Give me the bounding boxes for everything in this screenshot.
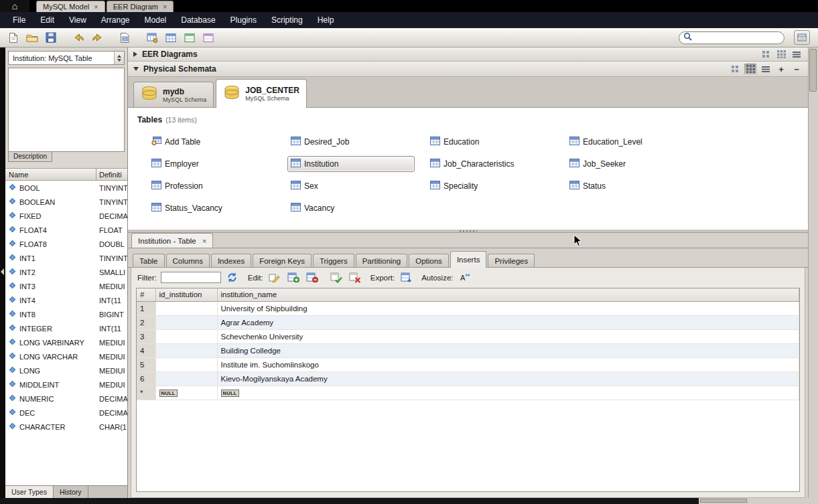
cell-id-institution[interactable] [155, 315, 217, 329]
section-eer-diagrams[interactable]: EER Diagrams [128, 48, 808, 62]
cell-institution-name[interactable]: Institute im. Suchomlinskogo [217, 357, 799, 371]
editor-tab-privileges[interactable]: Privileges [488, 254, 535, 268]
table-item-desired-job[interactable]: Desired_Job [287, 134, 356, 150]
row-number-cell[interactable]: 6 [137, 371, 155, 386]
menu-arrange[interactable]: Arrange [94, 13, 137, 27]
home-tab[interactable]: ⌂ [0, 0, 29, 12]
filter-input[interactable] [161, 272, 221, 283]
user-type-row[interactable]: BOOLEANTINYINT [5, 195, 127, 209]
panel-collapse-handle[interactable] [1, 268, 4, 275]
table-item-education-level[interactable]: Education_Level [566, 134, 650, 150]
add-diagram-button[interactable] [144, 29, 160, 46]
column-header-num[interactable]: # [137, 288, 155, 301]
types-header-definition[interactable]: Definiti [96, 171, 127, 179]
grid-row[interactable]: 6Kievo-Mogilyanskaya Academy [137, 371, 799, 386]
cell-id-institution[interactable] [155, 371, 217, 386]
search-options-button[interactable] [794, 30, 810, 45]
cell-institution-name[interactable]: Building Colledge [217, 343, 799, 357]
open-button[interactable] [24, 29, 40, 46]
row-number-cell[interactable]: 4 [137, 343, 155, 357]
editor-tab-table[interactable]: Table [133, 254, 165, 268]
table-item-job-seeker[interactable]: Job_Seeker [566, 156, 633, 172]
table-item-speciality[interactable]: Speciality [427, 178, 485, 194]
editor-tab-partitioning[interactable]: Partitioning [356, 254, 408, 268]
user-type-row[interactable]: INT2SMALLI [5, 265, 127, 279]
tab-mysql-model[interactable]: MySQL Model × [36, 1, 105, 12]
description-editor[interactable] [8, 68, 125, 152]
tab-eer-diagram[interactable]: EER Diagram × [107, 1, 174, 12]
menu-help[interactable]: Help [310, 13, 342, 27]
grid-row[interactable]: 2Agrar Academy [137, 315, 799, 329]
table-item-institution[interactable]: Institution [287, 156, 415, 172]
table-item-vacancy[interactable]: Vacancy [287, 200, 342, 216]
menu-edit[interactable]: Edit [33, 13, 62, 27]
object-selector[interactable]: Institution: MySQL Table [8, 51, 125, 65]
cell-institution-name[interactable]: Schevchenko University [217, 329, 799, 343]
table-item-sex[interactable]: Sex [287, 178, 326, 194]
spinner-icon[interactable] [114, 52, 124, 64]
grid-row[interactable]: 1University of Shipbuilding [137, 301, 799, 315]
apply-changes-button[interactable] [329, 270, 344, 284]
editor-tab-institution[interactable]: Institution - Table × [131, 233, 213, 248]
column-header-institution-name[interactable]: institution_name [217, 288, 799, 301]
list-view-icon[interactable] [791, 49, 803, 60]
menu-view[interactable]: View [62, 13, 94, 27]
close-icon[interactable]: × [202, 237, 207, 245]
menu-database[interactable]: Database [174, 13, 222, 27]
user-type-row[interactable]: LONG VARBINARYMEDIUI [5, 335, 127, 349]
editor-tab-columns[interactable]: Columns [166, 254, 210, 268]
cell-institution-name[interactable]: Kievo-Mogilyanskaya Academy [217, 371, 799, 386]
cell-id-institution[interactable]: NULL [155, 386, 217, 400]
small-icons-view-icon[interactable] [760, 49, 772, 60]
grid-row[interactable]: 5Institute im. Suchomlinskogo [137, 357, 799, 371]
row-number-cell[interactable]: 2 [137, 315, 155, 329]
tab-history[interactable]: History [54, 486, 88, 498]
user-type-row[interactable]: FIXEDDECIMA [5, 209, 127, 223]
user-type-row[interactable]: FLOAT8DOUBL [5, 237, 127, 251]
grid-row[interactable]: *NULLNULL [137, 386, 799, 400]
user-type-row[interactable]: MIDDLEINTMEDIUI [5, 377, 127, 392]
table-item-employer[interactable]: Employer [148, 156, 206, 172]
close-icon[interactable]: × [94, 3, 98, 11]
user-type-row[interactable]: BOOLTINYINT [5, 181, 127, 195]
insert-row-button[interactable] [286, 270, 301, 284]
add-schema-icon[interactable]: + [775, 64, 787, 74]
scrollbar-thumb[interactable] [809, 49, 817, 92]
user-type-row[interactable]: INT1TINYINT [5, 251, 127, 265]
save-button[interactable] [43, 29, 59, 46]
search-input[interactable] [695, 33, 780, 41]
row-number-cell[interactable]: * [137, 386, 155, 400]
user-type-row[interactable]: INTEGERINT(11 [5, 321, 127, 335]
column-header-id-institution[interactable]: id_institution [155, 288, 217, 301]
table-item-status[interactable]: Status [566, 178, 613, 194]
tab-user-types[interactable]: User Types [5, 486, 54, 498]
cell-institution-name[interactable]: NULL [217, 386, 799, 400]
user-type-row[interactable]: LONG VARCHARMEDIUI [5, 349, 127, 363]
cell-id-institution[interactable] [155, 301, 217, 315]
editor-tab-options[interactable]: Options [409, 254, 449, 268]
section-physical-schemata[interactable]: Physical Schemata + − [128, 62, 808, 77]
row-number-cell[interactable]: 1 [137, 301, 155, 315]
menu-model[interactable]: Model [137, 13, 174, 27]
types-header-name[interactable]: Name [5, 169, 96, 180]
undo-button[interactable] [70, 29, 86, 46]
user-type-row[interactable]: FLOAT4FLOAT [5, 223, 127, 237]
large-icons-view-icon[interactable] [775, 49, 787, 60]
cell-id-institution[interactable] [155, 329, 217, 343]
editor-tab-triggers[interactable]: Triggers [313, 254, 354, 268]
schema-tab-mydb[interactable]: mydbMySQL Schema [133, 82, 214, 107]
horizontal-scrollbar[interactable] [699, 498, 818, 504]
cell-id-institution[interactable] [155, 357, 217, 371]
schema-tab-job-center[interactable]: JOB_CENTERMySQL Schema [216, 79, 307, 108]
table-item-profession[interactable]: Profession [148, 178, 210, 194]
new-diagram-button[interactable] [117, 29, 133, 46]
delete-row-button[interactable] [305, 270, 320, 284]
description-tab[interactable]: Description [8, 152, 52, 162]
table-item-status-vacancy[interactable]: Status_Vacancy [148, 200, 230, 216]
user-type-row[interactable]: NUMERICDECIMA [5, 392, 127, 406]
table-item-education[interactable]: Education [427, 134, 486, 150]
close-icon[interactable]: × [163, 3, 167, 11]
export-button[interactable] [399, 270, 413, 284]
menu-plugins[interactable]: Plugins [223, 13, 264, 27]
vertical-scrollbar[interactable] [808, 48, 818, 498]
